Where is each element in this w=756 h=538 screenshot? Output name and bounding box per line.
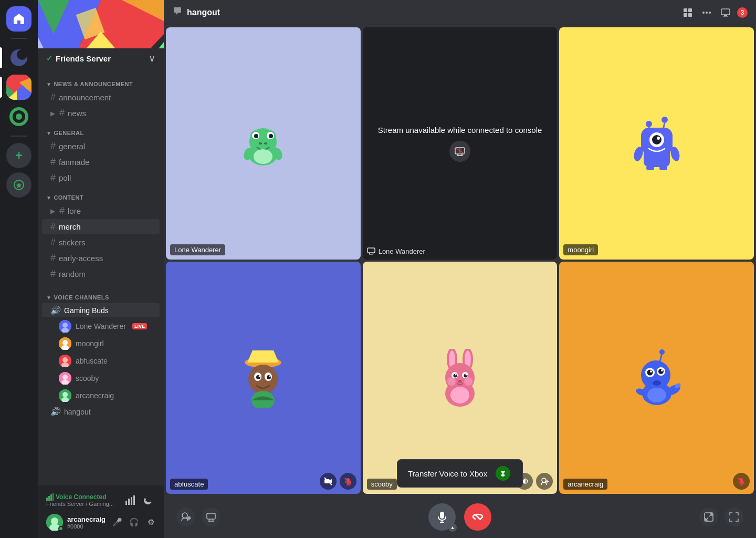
vc-signal-button[interactable] [123,493,138,508]
hash-icon: # [50,141,56,152]
voice-channel-icon [172,6,183,19]
channel-general[interactable]: # general 👤+ ⚙ [42,139,160,154]
video-tile-moongirl[interactable]: moongirl [559,27,754,260]
svg-point-103 [269,375,271,377]
voice-channel-gaming-buds[interactable]: 🔊 Gaming Buds [42,303,160,317]
cam-mute-button[interactable] [320,473,337,490]
server-menu-icon[interactable]: ∨ [149,53,155,64]
channel-label: early-access [59,254,155,263]
server-header: ✓ Friends Server ∨ [38,0,164,68]
video-tile-lone-wanderer[interactable]: Lone Wanderer [166,27,361,260]
user-avatar-abfuscate [59,355,71,367]
mic-muted-icon[interactable] [733,473,750,490]
channel-random[interactable]: # random [42,266,160,282]
end-call-button[interactable] [464,503,491,531]
channel-lore[interactable]: ▶ # lore [42,203,160,219]
more-options-button[interactable] [699,5,714,20]
channel-label: lore [68,206,155,215]
add-server-button[interactable]: + [6,143,32,168]
voice-icon: 🔊 [50,407,61,417]
hash-icon: # [50,157,56,168]
voice-user-scooby[interactable]: scooby [42,370,160,387]
headset-button[interactable]: 🎧 [127,515,141,530]
svg-point-86 [662,117,668,123]
hash-icon: # [50,172,56,183]
voice-user-abfuscate[interactable]: abfuscate [42,353,160,369]
server-moon[interactable] [6,45,32,70]
channel-early-access[interactable]: # early-access [42,251,160,266]
voice-channel-name: hangout [64,408,155,416]
user-settings-button[interactable]: ⚙ [143,515,158,530]
home-button[interactable] [6,6,32,32]
category-chevron: ▼ [46,195,51,201]
channel-poll[interactable]: # poll [42,170,160,185]
channel-news[interactable]: ▶ # news [42,106,160,121]
svg-point-67 [259,142,262,144]
voice-user-arcanecraig[interactable]: arcanecraig [42,387,160,404]
screen-share-button[interactable] [202,508,220,526]
voice-user-moongirl[interactable]: moongirl [42,335,160,352]
fullscreen-button[interactable] [724,508,743,526]
hash-icon: # [50,268,56,280]
category-news[interactable]: ▼ NEWS & ANNOUNCEMENT [38,73,164,89]
settings-icon[interactable]: ⚙ [149,142,155,151]
category-label: GENERAL [54,130,83,136]
user-avatar-scooby [59,372,71,385]
svg-point-102 [259,375,260,377]
svg-point-65 [254,134,258,138]
video-tile-arcanecraig[interactable]: arcanecraig [559,262,754,494]
vc-phone-button[interactable] [141,493,155,508]
topbar-channel: hangout [172,6,676,19]
add-user-icon[interactable]: 👤+ [133,142,146,151]
svg-point-27 [62,340,68,345]
explore-servers-button[interactable] [6,172,32,198]
svg-point-30 [62,357,68,363]
add-user-voice-button[interactable] [536,473,553,490]
server-space[interactable] [6,104,32,129]
channel-label: fanmade [59,158,155,167]
voice-channel-hangout[interactable]: 🔊 hangout [42,405,160,419]
expand-button[interactable] [699,508,718,526]
channel-fanmade[interactable]: # fanmade [42,154,160,170]
channel-announcement[interactable]: # announcement [42,90,160,105]
mic-button[interactable]: ▲ [428,503,456,531]
topbar-actions: 3 [680,5,748,20]
tile-username-badge: abfuscate [170,479,208,490]
stream-unavail-text: Stream unavailable while connected to co… [378,126,542,134]
vc-channel: Gaming... [89,501,114,507]
svg-rect-56 [721,9,730,15]
mic-settings-arrow[interactable]: ▲ [448,523,457,532]
svg-rect-91 [646,166,654,170]
bottom-left-controls [176,508,220,526]
voice-connected-info: Voice Connected Friends Server / Gaming.… [46,493,120,507]
voice-user-lone-wanderer[interactable]: Lone Wanderer LIVE [42,318,160,335]
channel-stickers[interactable]: # stickers [42,235,160,250]
hash-icon: # [59,205,65,216]
server-friends[interactable] [6,75,32,100]
screen-share-button[interactable] [718,5,733,20]
voice-username: abfuscate [76,357,108,365]
category-voice[interactable]: ▼ VOICE CHANNELS [38,286,164,303]
category-content[interactable]: ▼ CONTENT [38,186,164,203]
svg-point-47 [51,518,58,525]
mic-mute-button[interactable] [340,473,356,490]
svg-point-36 [62,392,68,397]
mic-toggle-button[interactable]: 🎤 [110,515,124,530]
svg-point-66 [269,134,273,138]
channel-merch[interactable]: # merch [42,219,160,234]
svg-line-162 [473,517,475,519]
current-username: arcanecraig [67,515,106,523]
channel-label: announcement [59,93,155,102]
server-name-bar[interactable]: ✓ Friends Server ∨ [38,48,164,68]
grid-view-button[interactable] [680,5,695,20]
voice-username: arcanecraig [76,391,114,400]
video-tile-abfuscate[interactable]: abfuscate [166,262,361,494]
notification-badge[interactable]: 3 [737,7,748,18]
add-user-button[interactable] [176,508,195,526]
svg-point-90 [657,137,660,140]
category-general[interactable]: ▼ GENERAL [38,121,164,138]
user-avatar-lone-wanderer [59,320,71,333]
channel-label: random [59,270,155,278]
transfer-voice-banner[interactable]: Transfer Voice to Xbox [397,459,523,488]
svg-point-24 [62,323,68,328]
